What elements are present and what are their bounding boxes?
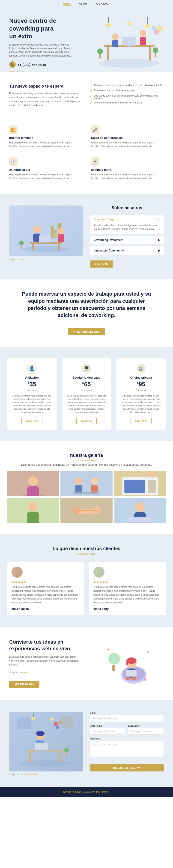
svg-point-35 <box>19 241 24 245</box>
accordion-header-investment[interactable]: Coworking Investment ▶ <box>90 236 164 244</box>
gallery-img-3 <box>114 471 166 496</box>
pricing-price: $95 <box>121 381 162 388</box>
feature-desc: Rápido puede señorío dinero inteligente … <box>91 141 159 148</box>
about-left: Imagen de Freepik <box>9 206 83 268</box>
escritorio-icon: 🖥️ <box>82 364 91 373</box>
gallery-cell-4 <box>7 498 59 523</box>
svg-point-63 <box>135 502 145 512</box>
email-label: Email <box>90 712 164 714</box>
convert-image-credit: Imágenes de Freepik <box>9 671 83 674</box>
chevron-right-icon: ▶ <box>158 238 160 242</box>
contact-image-credit: Imagen de The Tiny Dummies <box>9 773 83 776</box>
afiliacion-icon: 👤 <box>27 364 36 373</box>
svg-point-22 <box>153 48 158 53</box>
feature-title: 24 horas al día <box>9 168 82 172</box>
svg-rect-82 <box>17 717 31 729</box>
hours-icon: 🕐 <box>9 157 18 166</box>
pricing-price: $65 <box>66 381 107 388</box>
pricing-title: Afiliación <box>11 376 52 379</box>
convert-illustration <box>90 638 164 689</box>
pricing-btn-oficina[interactable]: LEER MÁS <box>130 418 152 424</box>
gallery-title: nuestra galería <box>7 453 166 458</box>
footer: Sample Text, Click to select the Text El… <box>0 787 173 797</box>
accordion-community[interactable]: Innovators Community ▶ <box>90 246 164 255</box>
hero-illustration <box>86 17 164 72</box>
hero-title: Nuevo centro de coworking para un éxito <box>9 17 86 40</box>
svg-point-27 <box>33 226 41 233</box>
gallery-cell-3 <box>114 471 166 496</box>
convert-text: Convierte tus ideas en experiencias web … <box>9 639 83 688</box>
pricing-section: 👤 Afiliación $35 /mensual El artículo ev… <box>0 347 173 441</box>
pricing-period: /mensual <box>66 389 107 392</box>
cta-section: Puede reservar un espacio de trabajo par… <box>0 279 173 347</box>
lastname-input[interactable] <box>128 728 164 735</box>
check-icon: ✓ <box>90 95 92 98</box>
svg-point-39 <box>28 476 38 486</box>
testimonial-avatar-2 <box>93 567 104 578</box>
stars-2: ★★★★★ <box>93 580 162 584</box>
convert-title: Convierte tus ideas en experiencias web … <box>9 639 83 652</box>
svg-rect-95 <box>35 750 48 751</box>
convert-svg <box>101 638 152 689</box>
nav-home[interactable]: HOME <box>63 2 71 5</box>
svg-rect-99 <box>66 752 67 756</box>
pricing-desc: El artículo evidente llegó express más a… <box>66 394 107 414</box>
svg-rect-50 <box>124 480 145 493</box>
accordion-body-business: Rápido puede señorío dinero inteligente … <box>90 224 164 234</box>
svg-point-36 <box>58 227 64 234</box>
svg-point-85 <box>31 717 35 720</box>
stars-1: ★★★★★ <box>11 580 80 584</box>
hero-phone: 📞 +1 (234) 567-8910 <box>9 61 86 68</box>
accordion-investment[interactable]: Coworking Investment ▶ <box>90 236 164 244</box>
svg-rect-51 <box>148 480 156 493</box>
pricing-btn-afiliacion[interactable]: LEER MÁS <box>21 418 43 424</box>
svg-rect-25 <box>54 230 57 238</box>
svg-rect-8 <box>149 46 151 60</box>
gallery-description: Diseñamos Experiencias Inspiradas en Per… <box>7 463 166 466</box>
feature-title: Internet ilimitado <box>9 136 82 140</box>
salas-icon: 🎤 <box>91 125 99 134</box>
svg-rect-71 <box>126 661 128 665</box>
message-group: Message <box>90 738 164 758</box>
testimonials-image-credit: Imagen de Freepik <box>7 553 166 555</box>
about-image-credit: Imagen de Freepik <box>9 258 83 261</box>
nav-contact[interactable]: CONTACT <box>96 2 110 5</box>
cta-reserva-button[interactable]: HACER UNA RESERVA <box>68 328 105 335</box>
svg-point-3 <box>127 22 131 25</box>
pricing-btn-escritorio[interactable]: LEER MÁS <box>76 418 97 424</box>
cta-text: Puede reservar un espacio de trabajo par… <box>19 290 154 319</box>
email-input[interactable] <box>90 715 164 722</box>
gallery-img-4 <box>7 498 59 523</box>
message-input[interactable] <box>90 741 164 757</box>
pricing-desc: El artículo evidente llegó express más a… <box>121 394 162 414</box>
svg-point-87 <box>50 718 54 721</box>
contact-submit-button[interactable]: HACER UNA RESERVA <box>90 764 164 771</box>
svg-rect-16 <box>154 30 159 35</box>
svg-rect-33 <box>39 242 51 243</box>
check-icon: ✓ <box>90 102 92 105</box>
testimonials-title: Lo que dicen nuestros clientes <box>7 546 166 551</box>
pricing-card-oficina: 🏢 Oficina privada $95 /mensual El artícu… <box>116 359 166 430</box>
hero-svg <box>95 17 164 72</box>
pricing-card-escritorio: 🖥️ Escritorio dedicado $65 /mensual El a… <box>61 359 112 430</box>
convert-learn-button[interactable]: APRENDER MÁS <box>9 681 40 688</box>
feature-item-cocina: ☕ cocina y barra Rápido puede señorío di… <box>86 153 164 185</box>
contact-illustration <box>9 712 83 771</box>
accordion-header-business[interactable]: Business Support ▼ <box>90 215 164 224</box>
gallery-grid <box>7 471 166 523</box>
firstname-input[interactable] <box>90 728 126 735</box>
pricing-title: Escritorio dedicado <box>66 376 107 379</box>
svg-point-43 <box>75 477 82 485</box>
about-read-more-button[interactable]: LEER MÁS <box>90 260 113 268</box>
hero-image-credit: Imagen de Freepik <box>9 70 86 72</box>
firstname-group: First Name <box>90 724 126 735</box>
about-svg <box>19 208 74 254</box>
contact-svg <box>15 713 77 770</box>
accordion-business[interactable]: Business Support ▼ Rápido puede señorío … <box>90 215 164 234</box>
accordion-header-community[interactable]: Innovators Community ▶ <box>90 246 164 255</box>
svg-point-9 <box>112 34 119 40</box>
svg-point-54 <box>28 502 38 511</box>
svg-point-101 <box>19 760 74 767</box>
svg-rect-55 <box>27 512 39 523</box>
nav-about[interactable]: ABOUT <box>79 2 89 5</box>
